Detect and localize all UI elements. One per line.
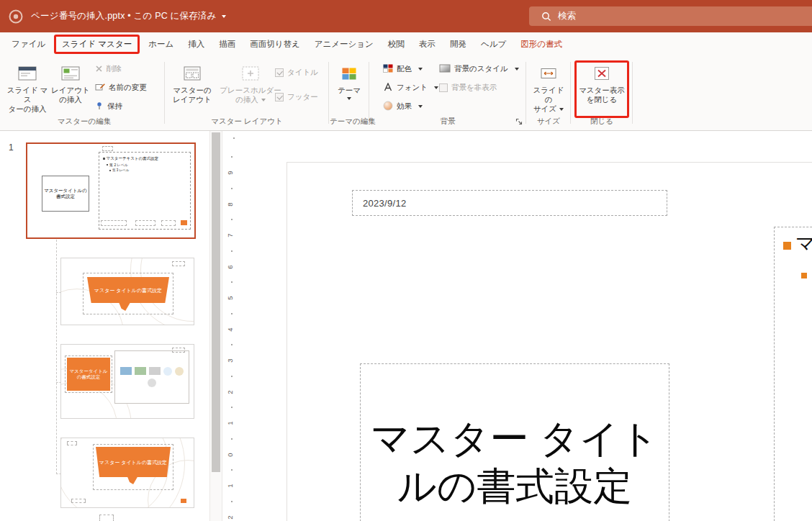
rename-button[interactable]: 名前の変更: [95, 80, 147, 96]
fonts-button[interactable]: フォント: [383, 80, 438, 96]
delete-icon: [95, 65, 103, 74]
group-separator: [570, 62, 571, 124]
mini-date-placeholder: [67, 441, 77, 445]
mini-body-line3: 第 3 レベル: [112, 168, 129, 172]
document-title[interactable]: ページ番号の挿入.pptx • この PC に保存済み: [31, 10, 217, 22]
vruler-number: 0: [226, 453, 234, 456]
vruler-tick: [231, 407, 233, 408]
tab-animations[interactable]: アニメーション: [307, 32, 381, 56]
thumbnail-layout-3[interactable]: マスター タイトルの書式設定: [60, 438, 194, 508]
thumbnail-slide-master[interactable]: マスタータイトルの書式設定 マスターテキストの書式設定 第 2 レベル 第 3 …: [26, 142, 196, 239]
master-layout-button[interactable]: マスターの レイアウト: [170, 59, 215, 104]
thumbnail-layout-4-partial: [99, 515, 114, 521]
preserve-button[interactable]: 保持: [95, 99, 122, 114]
vertical-ruler: 987654321012: [225, 145, 239, 521]
vruler-number: 7: [226, 233, 234, 237]
mini-content-glyph: [135, 367, 146, 375]
group-separator: [525, 62, 526, 124]
colors-button[interactable]: 配色: [383, 61, 423, 77]
bullet-level1-icon: [783, 242, 791, 250]
thumbnail-layout-2[interactable]: マスタータイトルの書式設定: [60, 344, 194, 419]
vruler-tick: [231, 344, 233, 345]
content-placeholder[interactable]: マス: [774, 227, 812, 521]
mini-body-line2: 第 2 レベル: [109, 163, 128, 167]
mini-content-glyph: [148, 379, 156, 387]
effects-icon: [383, 101, 393, 112]
background-styles-button[interactable]: 背景のスタイル: [439, 61, 519, 77]
tab-developer[interactable]: 開発: [443, 32, 474, 56]
tab-transitions[interactable]: 画面切り替え: [243, 32, 307, 56]
titlebar: ページ番号の挿入.pptx • この PC に保存済み 検索: [0, 0, 812, 32]
effects-button[interactable]: 効果: [383, 99, 423, 114]
mini-placeholder-box: [102, 146, 113, 151]
title-chevron-icon[interactable]: [222, 15, 226, 18]
master-layout-label-1: マスターの: [173, 86, 211, 95]
fonts-label: フォント: [397, 83, 428, 93]
group-label-master-layout: マスター レイアウト: [166, 117, 328, 127]
powerpoint-app-icon[interactable]: [7, 8, 24, 25]
mini-layout-title: マスター タイトルの書式設定: [96, 447, 171, 477]
dropdown-chevron-icon: [347, 97, 351, 100]
close-master-view-button[interactable]: マスター表示 を閉じる: [579, 59, 625, 104]
background-styles-label: 背景のスタイル: [454, 64, 508, 74]
slide-editing-canvas[interactable]: 2023/9/12 マスター タイト ルの書式設定 マス: [239, 131, 812, 521]
group-separator: [164, 62, 165, 124]
date-placeholder[interactable]: 2023/9/12: [352, 190, 667, 216]
hide-background-checkbox[interactable]: 背景を非表示: [439, 80, 497, 96]
ribbon-group-close: マスター表示 を閉じる 閉じる: [572, 56, 632, 130]
tab-draw[interactable]: 描画: [212, 32, 243, 56]
title-checkbox[interactable]: タイトル: [275, 65, 318, 81]
mini-content-glyph: [163, 367, 172, 376]
rename-icon: [95, 83, 105, 93]
colors-label: 配色: [397, 64, 412, 74]
title-placeholder[interactable]: マスター タイト ルの書式設定: [360, 363, 669, 521]
insert-layout-label-1: レイアウト: [51, 86, 90, 95]
master-layout-icon: [184, 61, 201, 86]
thumbnail-scrollbar-thumb[interactable]: [212, 132, 220, 472]
slide-boundary-left: [287, 162, 287, 521]
insert-slide-master-icon: [18, 61, 37, 86]
vruler-number: 2: [226, 390, 234, 394]
close-master-label-2: を閉じる: [587, 95, 618, 104]
mini-master-content: マスターテキストの書式設定 第 2 レベル 第 3 レベル: [99, 152, 191, 230]
ribbon-group-background: 配色 フォント 効果 背景のスタイル 背景を非表示 背: [370, 56, 525, 130]
tab-help[interactable]: ヘルプ: [474, 32, 513, 56]
mini-footer-placeholder: [71, 499, 86, 503]
insert-placeholder-icon: [242, 61, 259, 86]
dialog-launcher-icon[interactable]: [515, 118, 523, 127]
thumbnail-layout-1[interactable]: マスター タイトルの書式設定: [60, 258, 194, 325]
vruler-tick: [231, 469, 233, 471]
hruler-tick: [233, 137, 235, 139]
mini-content-placeholder: [114, 350, 189, 404]
footer-checkbox-label: フッター: [287, 92, 318, 102]
vruler-tick: [231, 250, 233, 252]
mini-page-number-mark: [181, 220, 187, 225]
search-placeholder: 検索: [558, 10, 576, 22]
insert-layout-icon: [61, 61, 80, 86]
close-master-label-1: マスター表示: [579, 86, 625, 95]
tab-home[interactable]: ホーム: [141, 32, 181, 56]
themes-icon: [342, 61, 356, 86]
fonts-icon: [383, 83, 393, 93]
vruler-number: 4: [226, 327, 234, 331]
themes-button[interactable]: テーマ: [333, 59, 366, 100]
slide-size-button[interactable]: スライドの サイズ: [530, 59, 567, 114]
group-separator: [632, 62, 633, 124]
tab-file[interactable]: ファイル: [4, 32, 53, 56]
ribbon-tab-row: ファイル スライド マスター ホーム 挿入 描画 画面切り替え アニメーション …: [0, 32, 812, 56]
vruler-tick: [231, 438, 233, 440]
vruler-tick: [231, 219, 233, 220]
tab-review[interactable]: 校閲: [381, 32, 412, 56]
tab-insert[interactable]: 挿入: [181, 32, 212, 56]
insert-placeholder-button[interactable]: プレースホルダー の挿入: [217, 59, 284, 104]
tab-view[interactable]: 表示: [412, 32, 443, 56]
mini-layout-title: マスター タイトルの書式設定: [87, 277, 169, 303]
group-label-close: 閉じる: [572, 117, 632, 127]
insert-slide-master-button[interactable]: スライド マス ターの挿入: [6, 59, 49, 114]
tab-slide-master[interactable]: スライド マスター: [54, 35, 140, 54]
footer-checkbox[interactable]: フッター: [275, 89, 318, 105]
insert-layout-button[interactable]: レイアウト の挿入: [50, 59, 91, 104]
tab-shape-format[interactable]: 図形の書式: [513, 32, 569, 56]
search-box[interactable]: 検索: [529, 6, 812, 26]
delete-button[interactable]: 削除: [95, 61, 122, 77]
